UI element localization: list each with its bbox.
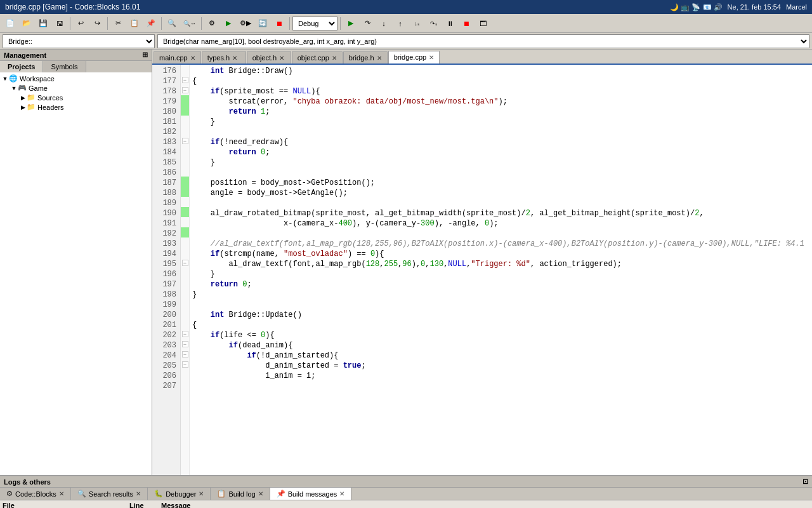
- tab-debugger-label: Debugger: [166, 490, 196, 498]
- separator5: [289, 17, 290, 30]
- workspace-toggle[interactable]: ▼: [1, 76, 9, 82]
- tab-codeblocks[interactable]: ⚙ Code::Blocks ✕: [0, 488, 71, 500]
- bottom-panel-header: Logs & others ⊡: [0, 476, 812, 488]
- tab-bridge-cpp-close[interactable]: ✕: [429, 54, 434, 61]
- tab-build-log-label: Build log: [228, 490, 255, 498]
- separator3: [161, 17, 162, 30]
- find-button[interactable]: 🔍: [164, 16, 180, 31]
- fold-marker-205[interactable]: −: [181, 359, 189, 370]
- build-run-button[interactable]: ⚙▶: [237, 16, 254, 31]
- tab-types-h[interactable]: types.h ✕: [202, 51, 246, 64]
- workspace-icon: 🌐: [9, 74, 18, 83]
- system-tray: 🌙 📺 📡 📧 🔊: [670, 3, 722, 11]
- main-area: Management ⊞ Projects Symbols ▼ 🌐 Worksp…: [0, 50, 812, 475]
- logs-expand[interactable]: ⊡: [802, 478, 808, 486]
- headers-item[interactable]: ▶ 📁 Headers: [1, 102, 150, 112]
- file-tree: ▼ 🌐 Workspace ▼ 🎮 Game ▶ 📁 Sources ▶ 📁 H…: [0, 72, 152, 475]
- cut-button[interactable]: ✂: [110, 16, 126, 31]
- debug-run-button[interactable]: ▶: [343, 16, 358, 31]
- tab-main-cpp-close[interactable]: ✕: [190, 55, 195, 62]
- symbols-tab[interactable]: Symbols: [43, 61, 86, 72]
- management-label: Management: [4, 51, 46, 59]
- headers-toggle[interactable]: ▶: [19, 104, 27, 110]
- debug-config-dropdown[interactable]: Debug Release: [292, 17, 337, 30]
- find-replace-button[interactable]: 🔍↔: [181, 16, 199, 31]
- tab-object-cpp-label: object.cpp: [298, 54, 329, 62]
- bottom-tabs-bar: ⚙ Code::Blocks ✕ 🔍 Search results ✕ 🐛 De…: [0, 488, 812, 500]
- fold-marker-177[interactable]: −: [181, 75, 189, 85]
- rebuild-button[interactable]: 🔄: [255, 16, 270, 31]
- sources-toggle[interactable]: ▶: [19, 95, 27, 101]
- tab-debugger-close[interactable]: ✕: [199, 490, 204, 497]
- debug-stop-button[interactable]: ⏹: [459, 16, 474, 31]
- tab-search-close[interactable]: ✕: [136, 490, 141, 497]
- panel-tabs: Projects Symbols: [0, 61, 152, 72]
- col-file: File: [3, 502, 129, 508]
- tab-build-log[interactable]: 📋 Build log ✕: [211, 488, 270, 500]
- game-toggle[interactable]: ▼: [10, 85, 18, 91]
- sources-icon: 📁: [27, 93, 36, 102]
- open-button[interactable]: 📂: [19, 16, 34, 31]
- tab-codeblocks-close[interactable]: ✕: [59, 490, 64, 497]
- titlebar: bridge.cpp [Game] - Code::Blocks 16.01 🌙…: [0, 0, 812, 14]
- tab-object-cpp[interactable]: object.cpp ✕: [292, 51, 343, 64]
- build-button[interactable]: ⚙: [204, 16, 219, 31]
- paste-button[interactable]: 📌: [143, 16, 159, 31]
- separator6: [340, 17, 341, 30]
- editor-area: main.cpp ✕ types.h ✕ object.h ✕ object.c…: [152, 50, 812, 475]
- method-dropdown[interactable]: Bridge(char name_arg[10], bool destroyab…: [157, 34, 809, 48]
- debug-next-instr-button[interactable]: ↷ₛ: [426, 16, 441, 31]
- tab-search-results[interactable]: 🔍 Search results ✕: [71, 488, 148, 500]
- tab-types-h-label: types.h: [207, 54, 230, 62]
- titlebar-right: 🌙 📺 📡 📧 🔊 Ne, 21. feb 15:54 Marcel: [670, 3, 807, 11]
- workspace-item[interactable]: ▼ 🌐 Workspace: [1, 74, 150, 83]
- tab-bridge-h-close[interactable]: ✕: [377, 55, 382, 62]
- tab-build-messages-icon: 📌: [277, 490, 285, 498]
- code-markers: − − − −: [181, 65, 190, 475]
- tab-build-messages[interactable]: 📌 Build messages ✕: [270, 488, 352, 500]
- management-expand[interactable]: ⊞: [142, 51, 148, 59]
- fold-marker-178[interactable]: −: [181, 85, 189, 95]
- class-dropdown[interactable]: Bridge::: [3, 34, 155, 48]
- fold-marker-183[interactable]: −: [181, 136, 189, 146]
- tab-object-cpp-close[interactable]: ✕: [332, 55, 337, 62]
- projects-tab[interactable]: Projects: [0, 61, 43, 72]
- tab-object-h-close[interactable]: ✕: [279, 55, 284, 62]
- redo-button[interactable]: ↪: [89, 16, 105, 31]
- debug-step-instr-button[interactable]: ↓ₛ: [409, 16, 424, 31]
- separator1: [70, 17, 70, 30]
- debug-windows-button[interactable]: 🗔: [475, 16, 490, 31]
- tab-main-cpp[interactable]: main.cpp ✕: [154, 51, 201, 64]
- stop-button[interactable]: ⏹: [272, 16, 287, 31]
- copy-button[interactable]: 📋: [127, 16, 142, 31]
- tab-build-log-close[interactable]: ✕: [258, 490, 263, 497]
- logs-label: Logs & others: [4, 478, 51, 486]
- debug-pause-button[interactable]: ⏸: [442, 16, 457, 31]
- fold-marker-195[interactable]: −: [181, 258, 189, 268]
- tab-bridge-cpp[interactable]: bridge.cpp ✕: [388, 51, 440, 65]
- run-button[interactable]: ▶: [221, 16, 236, 31]
- tab-build-messages-close[interactable]: ✕: [339, 490, 344, 497]
- tab-debugger-icon: 🐛: [154, 490, 163, 498]
- tab-types-h-close[interactable]: ✕: [232, 55, 237, 62]
- username: Marcel: [786, 3, 807, 11]
- sources-item[interactable]: ▶ 📁 Sources: [1, 93, 150, 102]
- new-button[interactable]: 📄: [3, 16, 18, 31]
- tab-object-h-label: object.h: [252, 54, 277, 62]
- save-button[interactable]: 💾: [36, 16, 51, 31]
- fold-marker-202[interactable]: −: [181, 329, 189, 339]
- fold-marker-204[interactable]: −: [181, 349, 189, 359]
- bottom-panel: Logs & others ⊡ ⚙ Code::Blocks ✕ 🔍 Searc…: [0, 475, 812, 508]
- undo-button[interactable]: ↩: [73, 16, 88, 31]
- tab-bridge-h[interactable]: bridge.h ✕: [343, 51, 388, 64]
- debug-step-out-button[interactable]: ↑: [393, 16, 408, 31]
- debug-step-button[interactable]: ↓: [376, 16, 391, 31]
- fold-marker-203[interactable]: −: [181, 339, 189, 349]
- save-all-button[interactable]: 🖫: [52, 16, 67, 31]
- col-line: Line: [129, 502, 161, 508]
- debug-next-button[interactable]: ↷: [360, 16, 375, 31]
- tab-object-h[interactable]: object.h ✕: [247, 51, 291, 64]
- code-editor[interactable]: int Bridge::Draw() { if(sprite_most == N…: [190, 65, 812, 475]
- game-item[interactable]: ▼ 🎮 Game: [1, 83, 150, 93]
- tab-debugger[interactable]: 🐛 Debugger ✕: [148, 488, 211, 500]
